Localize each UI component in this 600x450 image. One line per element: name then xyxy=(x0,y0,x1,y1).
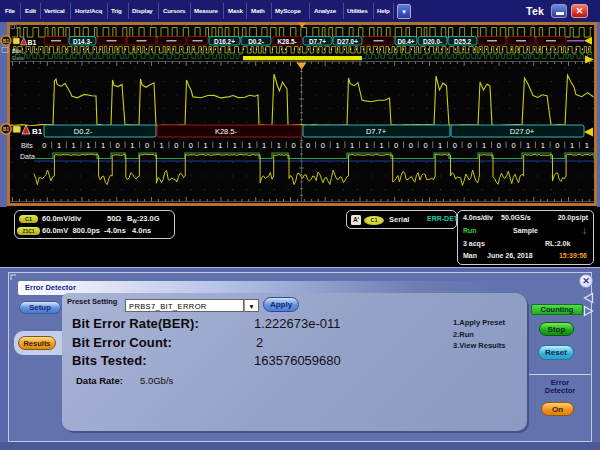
svg-text:1: 1 xyxy=(350,141,354,150)
svg-text:1: 1 xyxy=(72,141,76,150)
svg-text:D0.2-: D0.2- xyxy=(74,127,93,136)
svg-text:0: 0 xyxy=(174,141,178,150)
svg-text:B1: B1 xyxy=(28,39,37,46)
svg-text:1: 1 xyxy=(160,141,164,150)
svg-text:Bits: Bits xyxy=(12,48,21,54)
svg-text:0: 0 xyxy=(145,141,149,150)
svg-text:D27.0+: D27.0+ xyxy=(337,38,358,45)
svg-text:D16.2+: D16.2+ xyxy=(214,38,235,45)
svg-text:0: 0 xyxy=(423,141,427,150)
svg-text:D0.4+: D0.4+ xyxy=(397,38,414,45)
svg-text:B1: B1 xyxy=(3,127,9,132)
svg-text:1: 1 xyxy=(438,141,442,150)
svg-text:1: 1 xyxy=(204,141,208,150)
svg-text:1: 1 xyxy=(335,141,339,150)
svg-text:0: 0 xyxy=(511,141,515,150)
svg-text:1: 1 xyxy=(262,141,266,150)
svg-text:Bits: Bits xyxy=(21,142,33,149)
svg-text:0: 0 xyxy=(306,141,310,150)
svg-text:1: 1 xyxy=(248,141,252,150)
svg-text:1: 1 xyxy=(482,141,486,150)
svg-text:0: 0 xyxy=(321,141,325,150)
svg-text:D20.0-: D20.0- xyxy=(423,38,442,45)
svg-text:0: 0 xyxy=(189,141,193,150)
svg-text:0: 0 xyxy=(497,141,501,150)
svg-text:1: 1 xyxy=(86,141,90,150)
svg-text:0: 0 xyxy=(116,141,120,150)
svg-text:D25.2: D25.2 xyxy=(454,38,471,45)
svg-text:1: 1 xyxy=(233,141,237,150)
svg-text:1: 1 xyxy=(585,141,589,150)
svg-text:0: 0 xyxy=(555,141,559,150)
svg-text:1: 1 xyxy=(570,141,574,150)
svg-text:D7.7+: D7.7+ xyxy=(366,127,387,136)
svg-text:K28.5-: K28.5- xyxy=(277,38,296,45)
svg-text:1: 1 xyxy=(526,141,530,150)
svg-text:B1: B1 xyxy=(3,39,9,44)
svg-text:1: 1 xyxy=(379,141,383,150)
svg-text:0: 0 xyxy=(409,141,413,150)
svg-text:1: 1 xyxy=(541,141,545,150)
svg-text:D14.3-: D14.3- xyxy=(73,38,92,45)
svg-text:Data: Data xyxy=(12,55,25,61)
svg-text:1: 1 xyxy=(130,141,134,150)
svg-text:0: 0 xyxy=(467,141,471,150)
svg-text:K28.5-: K28.5- xyxy=(215,127,238,136)
svg-text:1: 1 xyxy=(277,141,281,150)
svg-text:D27.0+: D27.0+ xyxy=(510,127,535,136)
svg-text:1: 1 xyxy=(57,141,61,150)
svg-text:0: 0 xyxy=(292,141,296,150)
svg-text:0: 0 xyxy=(453,141,457,150)
svg-text:B1: B1 xyxy=(32,127,43,136)
svg-text:Data: Data xyxy=(20,153,35,160)
svg-text:0: 0 xyxy=(394,141,398,150)
svg-text:1: 1 xyxy=(101,141,105,150)
svg-text:0: 0 xyxy=(42,141,46,150)
svg-text:D0.2-: D0.2- xyxy=(248,38,264,45)
svg-text:1: 1 xyxy=(365,141,369,150)
svg-text:D7.7+: D7.7+ xyxy=(309,38,326,45)
svg-text:1: 1 xyxy=(218,141,222,150)
